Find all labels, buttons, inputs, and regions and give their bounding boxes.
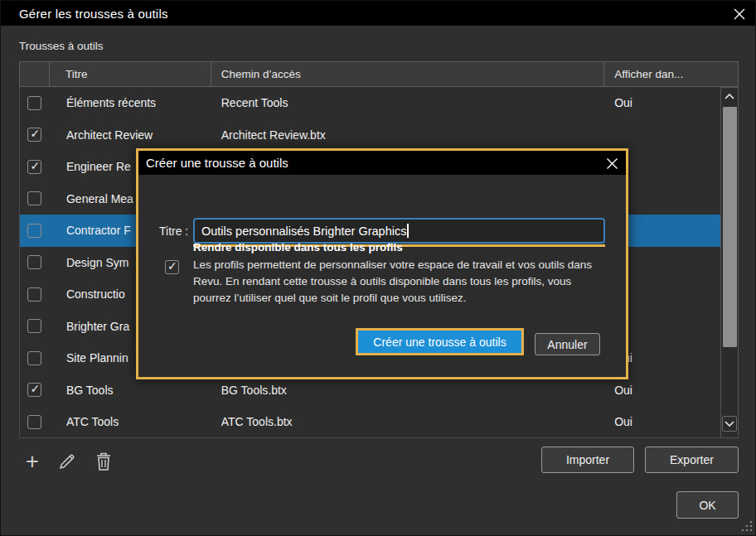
row-title: Éléments récents: [50, 96, 211, 109]
create-toolset-button[interactable]: Créer une trousse à outils: [358, 331, 521, 353]
scroll-up-icon[interactable]: [722, 89, 737, 104]
close-icon[interactable]: [732, 7, 746, 21]
create-button-highlight: Créer une trousse à outils: [356, 328, 524, 355]
edit-toolset-button[interactable]: [54, 448, 80, 475]
row-show: Oui: [604, 384, 720, 397]
row-show: Oui: [604, 415, 720, 428]
window-titlebar: Gérer les trousses à outils: [1, 1, 755, 26]
modal-titlebar: Créer une trousse à outils: [138, 151, 626, 175]
row-title: ATC Tools: [50, 415, 211, 428]
table-row[interactable]: ATC ToolsATC Tools.btxOui: [20, 406, 720, 438]
trash-icon: [94, 451, 114, 472]
modal-body: Titre : Outils personnalisés Brighter Gr…: [138, 175, 626, 377]
row-checkbox[interactable]: [27, 351, 41, 365]
delete-toolset-button[interactable]: [90, 448, 117, 475]
row-checkbox[interactable]: [27, 415, 41, 429]
row-path: Architect Review.btx: [211, 128, 604, 142]
add-toolset-button[interactable]: +: [21, 450, 44, 473]
row-path: Recent Tools: [211, 96, 604, 109]
row-checkbox[interactable]: [27, 191, 41, 205]
export-button[interactable]: Exporter: [645, 447, 739, 473]
cancel-button[interactable]: Annuler: [535, 333, 600, 355]
create-toolset-modal: Créer une trousse à outils Titre : Outil…: [136, 148, 628, 379]
row-checkbox[interactable]: [27, 224, 41, 238]
row-title: Architect Review: [50, 128, 211, 142]
row-checkbox[interactable]: [27, 319, 41, 333]
row-checkbox[interactable]: [27, 383, 41, 397]
text-cursor: [407, 224, 409, 238]
manage-toolsets-dialog: Gérer les trousses à outils Trousses à o…: [0, 0, 756, 536]
modal-close-icon[interactable]: [604, 156, 619, 171]
plus-icon: +: [26, 449, 39, 475]
row-checkbox[interactable]: [27, 128, 41, 142]
profiles-option-row: Rendre disponible dans tous les profils …: [165, 241, 604, 307]
profiles-option-text: Rendre disponible dans tous les profils …: [193, 241, 604, 307]
vertical-scrollbar[interactable]: [720, 87, 739, 438]
header-checkbox-column[interactable]: [20, 62, 50, 86]
header-title-column[interactable]: Titre: [50, 62, 211, 86]
table-row[interactable]: Architect ReviewArchitect Review.btx: [20, 119, 720, 152]
row-checkbox[interactable]: [27, 160, 41, 174]
pencil-icon: [57, 451, 77, 471]
row-path: BG Tools.btx: [211, 384, 604, 397]
title-input-value: Outils personnalisés Brighter Graphics: [201, 225, 406, 238]
window-title: Gérer les trousses à outils: [1, 7, 168, 21]
all-profiles-checkbox[interactable]: [165, 260, 179, 274]
row-show: Oui: [604, 96, 720, 109]
table-row[interactable]: Éléments récentsRecent ToolsOui: [20, 87, 720, 119]
profiles-option-heading: Rendre disponible dans tous les profils: [193, 241, 604, 254]
row-checkbox[interactable]: [27, 255, 41, 269]
title-field-label: Titre :: [159, 225, 188, 238]
resize-grip[interactable]: [740, 519, 752, 531]
import-button[interactable]: Importer: [541, 447, 634, 473]
header-path-column[interactable]: Chemin d’accès: [211, 62, 604, 86]
toolsets-section-label: Trousses à outils: [19, 40, 104, 52]
table-header-row: Titre Chemin d’accès Afficher dan...: [19, 61, 739, 87]
row-path: ATC Tools.btx: [211, 415, 604, 428]
row-checkbox[interactable]: [27, 287, 41, 302]
scroll-down-icon[interactable]: [722, 416, 737, 432]
row-checkbox[interactable]: [27, 96, 41, 110]
header-show-column[interactable]: Afficher dan...: [604, 62, 738, 86]
modal-title: Créer une trousse à outils: [138, 156, 288, 170]
row-title: BG Tools: [50, 384, 211, 397]
title-input[interactable]: Outils personnalisés Brighter Graphics: [193, 218, 605, 244]
ok-button[interactable]: OK: [676, 491, 739, 519]
profiles-option-description: Les profils permettent de personnaliser …: [193, 257, 604, 307]
scrollbar-thumb[interactable]: [723, 107, 737, 347]
